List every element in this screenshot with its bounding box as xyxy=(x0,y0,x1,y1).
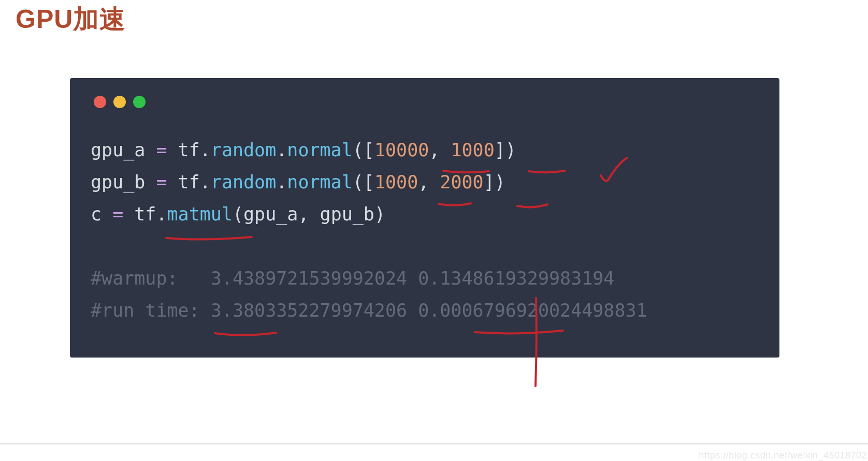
code-line-1: gpu_a = tf.random.normal([10000, 1000]) xyxy=(91,134,759,166)
page-title: GPU加速 xyxy=(0,0,868,37)
maximize-icon xyxy=(133,96,146,108)
window-controls xyxy=(94,96,759,108)
code-block: gpu_a = tf.random.normal([10000, 1000]) … xyxy=(70,78,779,358)
code-line-2: gpu_b = tf.random.normal([1000, 2000]) xyxy=(91,166,759,198)
close-icon xyxy=(94,96,106,108)
comment-line-1: #warmup: 3.4389721539992024 0.1348619329… xyxy=(91,262,759,294)
code-line-3: c = tf.matmul(gpu_a, gpu_b) xyxy=(91,198,759,230)
blank-line xyxy=(91,230,759,262)
comment-line-2: #run time: 3.3803352279974206 0.00067969… xyxy=(91,294,759,326)
minimize-icon xyxy=(113,96,126,108)
divider xyxy=(0,443,868,444)
watermark: https://blog.csdn.net/weixin_45018702 xyxy=(699,450,867,461)
